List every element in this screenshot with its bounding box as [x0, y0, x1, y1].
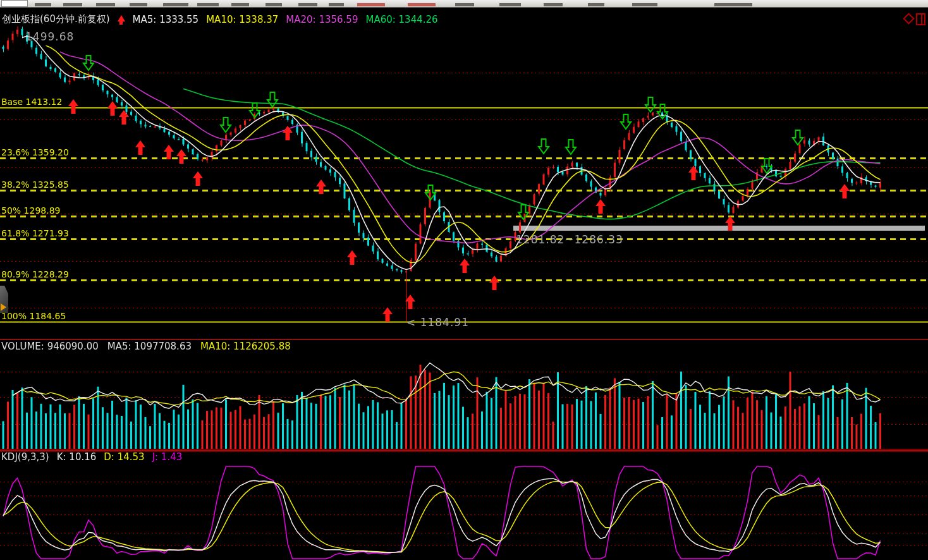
menu-item-fragment-red[interactable]: [357, 3, 385, 6]
menu-item-fragment[interactable]: [455, 3, 474, 6]
menu-item-fragment[interactable]: [588, 3, 604, 6]
menu-item-fragment[interactable]: [632, 3, 657, 6]
menu-item-fragment[interactable]: [130, 3, 147, 6]
menu-item-fragment[interactable]: [197, 3, 219, 6]
left-panel-arrow-icon[interactable]: [1, 303, 6, 311]
toolbar-edit-box[interactable]: [1, 0, 28, 7]
menu-item-fragment[interactable]: [63, 3, 82, 6]
candlestick-chart-canvas[interactable]: [0, 0, 928, 560]
menu-item-fragment[interactable]: [231, 3, 249, 6]
menu-item-fragment[interactable]: [714, 3, 752, 6]
menu-item-fragment[interactable]: [96, 3, 115, 6]
trading-app-window: 创业板指(60分钟.前复权) MA5: 1333.55 MA10: 1338.3…: [0, 0, 928, 560]
menu-item-fragment-red[interactable]: [408, 3, 436, 6]
menu-item-fragment[interactable]: [544, 3, 563, 6]
top-menu-bar[interactable]: [0, 0, 928, 8]
menu-item-fragment[interactable]: [163, 3, 188, 6]
split-pane-icon[interactable]: [916, 13, 925, 25]
menu-item-fragment[interactable]: [499, 3, 521, 6]
menu-item-fragment[interactable]: [35, 3, 51, 6]
menu-item-fragment[interactable]: [298, 3, 317, 6]
menu-item-fragment[interactable]: [329, 3, 344, 6]
menu-item-fragment[interactable]: [266, 3, 282, 6]
